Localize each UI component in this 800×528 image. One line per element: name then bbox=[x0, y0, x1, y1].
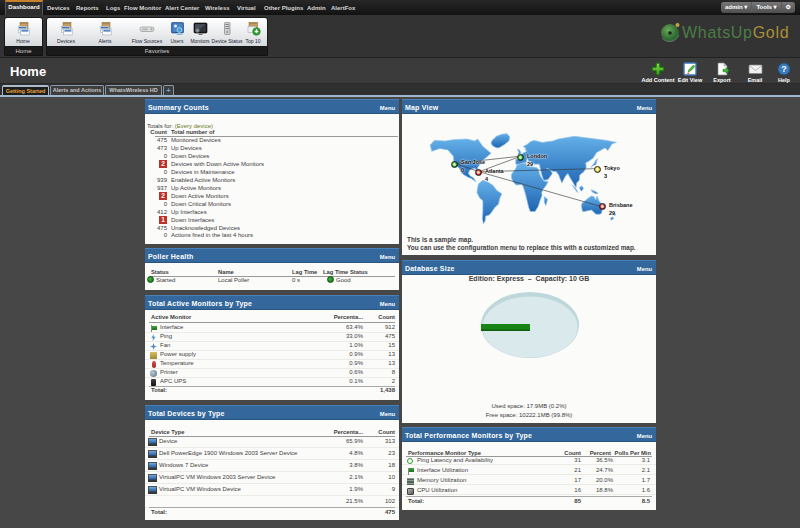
svg-text:WhatsUpGold: WhatsUpGold bbox=[682, 24, 789, 41]
svg-text:?: ? bbox=[781, 64, 787, 74]
